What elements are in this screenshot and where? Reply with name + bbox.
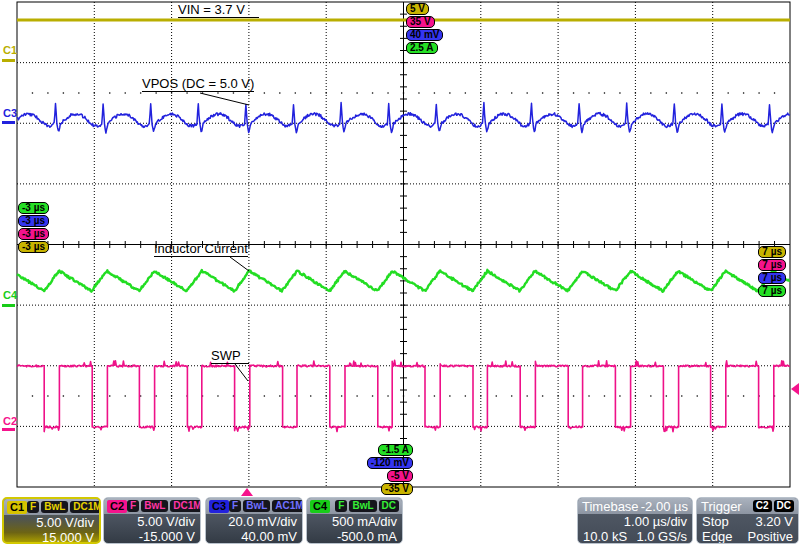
c3-bandwidth-badge: BwL (243, 500, 270, 512)
c2-descriptor-header: C2 F BwL DC1M (104, 498, 200, 514)
waveform-display (0, 0, 800, 492)
trigger-time-marker[interactable] (241, 488, 253, 496)
c1-level-dash[interactable] (2, 59, 15, 62)
cursor-readout-c2[interactable]: 35 V (406, 16, 435, 28)
c2-scale: 5.00 V/div (104, 514, 200, 529)
c2-bandwidth-badge: BwL (141, 500, 168, 512)
c1-offset: 15.000 V (4, 530, 99, 544)
c1-badge: C1 (7, 501, 27, 514)
c2-offset: -15.000 V (104, 529, 200, 544)
cursor-readout-c4[interactable]: -1.5 A (378, 444, 413, 456)
trigger-title: Trigger (701, 499, 742, 514)
trigger-kind: Edge (702, 529, 732, 544)
trigger-level: 3.20 V (755, 514, 793, 529)
c3-scale: 20.0 mV/div (206, 514, 302, 529)
oscilloscope-screen: C1 C3 C4 C2 VIN = 3.7 V VPOS (DC = 5.0 V… (0, 0, 800, 547)
trigger-slope: Positive (747, 529, 793, 544)
cursor-readouts-bottom: -1.5 A-120 mV-5 V-35 V (367, 444, 413, 495)
trigger-panel[interactable]: Trigger C2 DC Stop 3.20 V Edge Positive (696, 497, 799, 544)
c4-descriptor-header: C4 F BwL DC (307, 498, 402, 514)
c4-level-marker[interactable]: C4 (3, 290, 17, 301)
c2-level-marker[interactable]: C2 (3, 416, 17, 427)
cursor-readout-c1[interactable]: -35 V (381, 483, 413, 495)
cursor-readout-c3[interactable]: 7 µs (758, 272, 786, 284)
channel-descriptor-c1[interactable]: C1 F BwL DC1M 5.00 V/div 15.000 V (2, 497, 101, 544)
c4-bandwidth-badge: BwL (349, 500, 376, 512)
cursor-readout-c2[interactable]: 7 µs (758, 259, 786, 271)
c4-offset: -500.0 mA (307, 529, 402, 544)
c3-level-marker[interactable]: C3 (3, 108, 17, 119)
c1-scale: 5.00 V/div (4, 515, 99, 530)
cursor-readout-c3[interactable]: -3 µs (18, 215, 49, 227)
timebase-scale: 1.00 µs/div (624, 514, 687, 529)
c3-level-dash[interactable] (2, 121, 15, 124)
cursor-readouts-top: 5 V35 V40 mV2.5 A (406, 3, 443, 54)
cursor-readout-c1[interactable]: -3 µs (18, 241, 49, 253)
cursor-readouts-right: 7 µs7 µs7 µs7 µs (758, 246, 786, 297)
c3-coupling-badge: AC1M (272, 500, 303, 512)
timebase-title: Timebase (582, 499, 639, 514)
c2-level-dash[interactable] (2, 428, 15, 431)
annotation-swp: SWP (211, 349, 249, 364)
c1-descriptor-header: C1 F BwL DC1M (4, 499, 99, 515)
c1-level-marker[interactable]: C1 (3, 45, 17, 56)
channel-descriptor-c2[interactable]: C2 F BwL DC1M 5.00 V/div -15.000 V (103, 497, 201, 544)
cursor-readout-c1[interactable]: 7 µs (758, 246, 786, 258)
c1-filter-badge: F (27, 501, 39, 513)
cursor-readout-c2[interactable]: -5 V (387, 470, 413, 482)
c4-level-dash[interactable] (2, 304, 15, 307)
annotation-vin: VIN = 3.7 V (178, 3, 259, 18)
c4-badge: C4 (310, 500, 330, 513)
cursor-readout-c4[interactable]: -3 µs (18, 202, 49, 214)
cursor-readout-c1[interactable]: 5 V (406, 3, 429, 15)
c4-coupling-badge: DC (379, 500, 399, 512)
trigger-source-badge: C2 (753, 500, 772, 512)
timebase-panel[interactable]: Timebase -2.00 µs 1.00 µs/div 10.0 kS 1.… (577, 497, 693, 544)
cursor-readout-c2[interactable]: -3 µs (18, 228, 49, 240)
c3-badge: C3 (209, 500, 229, 513)
cursor-readout-c4[interactable]: 2.5 A (406, 42, 438, 54)
c2-badge: C2 (107, 500, 127, 513)
timebase-delay: -2.00 µs (641, 499, 688, 514)
cursor-readout-c4[interactable]: 7 µs (758, 285, 786, 297)
channel-descriptor-c4[interactable]: C4 F BwL DC 500 mA/div -500.0 mA (306, 497, 403, 544)
trigger-level-marker[interactable] (791, 383, 799, 395)
c3-descriptor-header: C3 F BwL AC1M (206, 498, 302, 514)
channel-descriptor-c3[interactable]: C3 F BwL AC1M 20.0 mV/div 40.00 mV (205, 497, 303, 544)
trigger-coupling-badge: DC (774, 500, 794, 512)
trigger-mode: Stop (702, 514, 729, 529)
c3-filter-badge: F (229, 500, 241, 512)
c1-coupling-badge: DC1M (70, 501, 101, 513)
c4-scale: 500 mA/div (307, 514, 402, 529)
cursor-readout-c3[interactable]: 40 mV (406, 29, 443, 41)
timebase-rate: 1.0 GS/s (636, 529, 687, 544)
timebase-samples: 10.0 kS (583, 529, 627, 544)
c4-filter-badge: F (335, 500, 347, 512)
c1-bandwidth-badge: BwL (41, 501, 68, 513)
c2-filter-badge: F (127, 500, 139, 512)
c2-coupling-badge: DC1M (170, 500, 201, 512)
annotation-inductor-current: Inductor Current (154, 242, 248, 257)
annotation-vpos: VPOS (DC = 5.0 V) (142, 77, 254, 92)
cursor-readouts-left: -3 µs-3 µs-3 µs-3 µs (18, 202, 49, 253)
cursor-readout-c3[interactable]: -120 mV (367, 457, 413, 469)
c3-offset: 40.00 mV (206, 529, 302, 544)
